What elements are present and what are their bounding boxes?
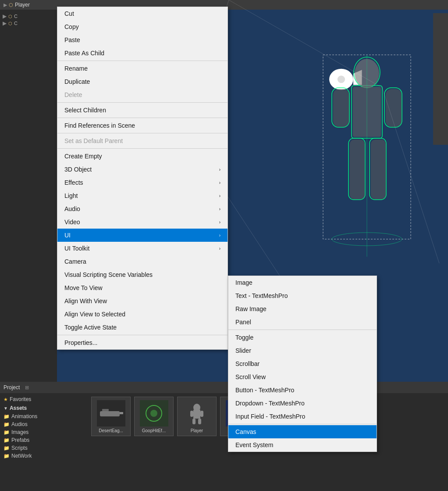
submenu-item-label-canvas: Canvas xyxy=(235,428,256,435)
menu-item-label-audio: Audio xyxy=(64,205,80,212)
asset-thumb-desert-eagle[interactable]: DesertEag... xyxy=(91,397,131,436)
menu-item-set-default-parent: Set as Default Parent xyxy=(57,134,228,147)
svg-rect-30 xyxy=(190,411,193,417)
submenu-arrow-ui-toolkit: › xyxy=(219,246,220,251)
svg-rect-15 xyxy=(371,140,386,199)
menu-item-label-toggle-active: Toggle Active State xyxy=(64,324,117,331)
menu-item-ui[interactable]: UI› xyxy=(57,229,228,242)
menu-item-3d-object[interactable]: 3D Object› xyxy=(57,163,228,176)
submenu-item-panel[interactable]: Panel xyxy=(228,315,377,329)
menu-item-ui-toolkit[interactable]: UI Toolkit› xyxy=(57,242,228,255)
svg-rect-33 xyxy=(198,419,201,424)
submenu-item-label-image: Image xyxy=(235,279,252,286)
menu-item-camera[interactable]: Camera xyxy=(57,255,228,268)
submenu-item-label-toggle: Toggle xyxy=(235,334,253,341)
hierarchy-item-2[interactable]: ▶ ⬡ C xyxy=(0,19,20,27)
context-menu-main: CutCopyPastePaste As ChildRenameDuplicat… xyxy=(57,7,228,350)
svg-rect-23 xyxy=(100,411,120,416)
submenu-item-text-textmeshpro[interactable]: Text - TextMeshPro xyxy=(228,289,377,302)
menu-item-light[interactable]: Light› xyxy=(57,189,228,202)
tree-item-images[interactable]: 📁Images xyxy=(0,428,88,436)
menu-item-label-duplicate: Duplicate xyxy=(64,78,90,85)
menu-item-paste[interactable]: Paste xyxy=(57,33,228,47)
context-menu-sub: ImageText - TextMeshProRaw ImagePanelTog… xyxy=(228,276,377,452)
submenu-item-canvas[interactable]: Canvas xyxy=(228,425,377,438)
tree-item-network[interactable]: 📁NetWork xyxy=(0,452,88,460)
submenu-item-scroll-view[interactable]: Scroll View xyxy=(228,370,377,383)
menu-item-label-paste: Paste xyxy=(64,36,80,43)
menu-separator xyxy=(57,118,228,118)
submenu-item-label-slider: Slider xyxy=(235,347,251,354)
menu-item-label-3d-object: 3D Object xyxy=(64,166,92,173)
asset-thumb-goophitef[interactable]: GoopHitEf... xyxy=(134,397,174,436)
menu-item-audio[interactable]: Audio› xyxy=(57,202,228,215)
submenu-arrow-light: › xyxy=(219,194,220,198)
tree-item-animations[interactable]: 📁Animations xyxy=(0,412,88,420)
tree-item-label-animations: Animations xyxy=(11,413,37,419)
player-label: Player xyxy=(15,2,30,8)
submenu-item-input-field-textmeshpro[interactable]: Input Field - TextMeshPro xyxy=(228,410,377,423)
svg-point-29 xyxy=(193,404,200,412)
tree-item-label-images: Images xyxy=(11,429,28,435)
menu-item-label-visual-scripting: Visual Scripting Scene Variables xyxy=(64,271,153,278)
menu-item-rename[interactable]: Rename xyxy=(57,62,228,75)
submenu-arrow-3d-object: › xyxy=(219,167,220,172)
menu-item-properties[interactable]: Properties... xyxy=(57,336,228,349)
bottom-panel: Project ⊞ ★ Favorites ▼ Assets 📁Animatio… xyxy=(0,382,448,491)
menu-item-create-empty[interactable]: Create Empty xyxy=(57,150,228,163)
svg-rect-24 xyxy=(102,409,109,411)
menu-item-toggle-active[interactable]: Toggle Active State xyxy=(57,321,228,334)
menu-item-visual-scripting[interactable]: Visual Scripting Scene Variables xyxy=(57,268,228,281)
submenu-item-button-textmeshpro[interactable]: Button - TextMeshPro xyxy=(228,383,377,397)
menu-item-copy[interactable]: Copy xyxy=(57,20,228,33)
submenu-item-slider[interactable]: Slider xyxy=(228,344,377,357)
submenu-item-raw-image[interactable]: Raw Image xyxy=(228,302,377,315)
submenu-item-dropdown-textmeshpro[interactable]: Dropdown - TextMeshPro xyxy=(228,397,377,410)
menu-item-video[interactable]: Video› xyxy=(57,215,228,229)
submenu-item-label-scroll-view: Scroll View xyxy=(235,373,266,380)
asset-tree: ★ Favorites ▼ Assets 📁Animations📁Audios📁… xyxy=(0,393,88,491)
tree-item-scripts[interactable]: 📁Scripts xyxy=(0,444,88,452)
grid-icon: ⊞ xyxy=(25,385,29,391)
submenu-item-event-system[interactable]: Event System xyxy=(228,438,377,452)
assets-root[interactable]: ▼ Assets xyxy=(0,404,88,412)
submenu-item-label-dropdown-textmeshpro: Dropdown - TextMeshPro xyxy=(235,400,305,407)
submenu-item-scrollbar[interactable]: Scrollbar xyxy=(228,357,377,370)
submenu-item-label-input-field-textmeshpro: Input Field - TextMeshPro xyxy=(235,413,305,420)
menu-item-cut[interactable]: Cut xyxy=(57,7,228,20)
menu-item-label-camera: Camera xyxy=(64,258,86,265)
assets-label: Assets xyxy=(10,405,27,411)
submenu-item-toggle[interactable]: Toggle xyxy=(228,331,377,344)
menu-item-paste-as-child[interactable]: Paste As Child xyxy=(57,47,228,60)
menu-item-label-set-default-parent: Set as Default Parent xyxy=(64,137,123,144)
menu-item-align-view-selected[interactable]: Align View to Selected xyxy=(57,308,228,321)
submenu-item-image[interactable]: Image xyxy=(228,276,377,289)
project-tab[interactable]: Project xyxy=(4,384,20,391)
menu-item-label-ui-toolkit: UI Toolkit xyxy=(64,245,89,252)
menu-item-duplicate[interactable]: Duplicate xyxy=(57,75,228,88)
folder-icon-animations: 📁 xyxy=(4,414,10,419)
folder-icon-audios: 📁 xyxy=(4,422,10,427)
thumb-label-player: Player xyxy=(191,428,203,433)
tree-item-label-prefabs: Prefabs xyxy=(11,437,29,443)
menu-separator xyxy=(57,335,228,335)
folder-icon-network: 📁 xyxy=(4,453,10,459)
menu-item-align-with-view[interactable]: Align With View xyxy=(57,294,228,308)
asset-thumb-player[interactable]: Player xyxy=(177,397,217,436)
menu-item-select-children[interactable]: Select Children xyxy=(57,104,228,117)
menu-item-effects[interactable]: Effects› xyxy=(57,176,228,189)
thumb-image-player xyxy=(183,400,211,426)
menu-item-label-video: Video xyxy=(64,219,80,226)
menu-item-move-to-view[interactable]: Move To View xyxy=(57,281,228,294)
submenu-item-label-button-textmeshpro: Button - TextMeshPro xyxy=(235,387,294,394)
tree-items-container: 📁Animations📁Audios📁Images📁Prefabs📁Script… xyxy=(0,412,88,460)
submenu-arrow-effects: › xyxy=(219,180,220,185)
menu-separator xyxy=(57,102,228,103)
menu-item-find-references[interactable]: Find References in Scene xyxy=(57,119,228,132)
submenu-separator xyxy=(228,424,377,424)
menu-item-label-effects: Effects xyxy=(64,179,83,186)
tree-item-prefabs[interactable]: 📁Prefabs xyxy=(0,436,88,444)
thumb-image-goophitef xyxy=(140,400,168,426)
menu-item-label-align-with-view: Align With View xyxy=(64,297,107,305)
tree-item-audios[interactable]: 📁Audios xyxy=(0,420,88,428)
